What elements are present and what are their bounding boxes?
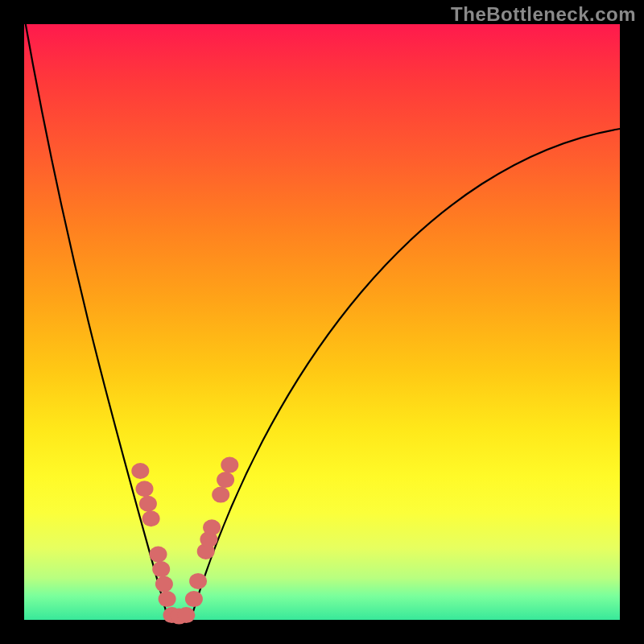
data-point	[159, 591, 176, 607]
data-point	[142, 510, 160, 526]
data-point	[203, 519, 221, 535]
data-point	[152, 561, 170, 577]
plot-area	[24, 24, 620, 620]
data-point	[150, 547, 167, 563]
data-point	[136, 481, 154, 497]
curve-right	[192, 129, 620, 617]
curve-layer	[24, 24, 620, 620]
data-point	[189, 573, 207, 589]
data-point	[212, 487, 229, 503]
data-point	[221, 457, 238, 473]
data-point	[131, 463, 149, 479]
chart-frame: TheBottleneck.com	[0, 0, 644, 644]
data-point	[139, 496, 157, 512]
watermark-text: TheBottleneck.com	[451, 3, 636, 26]
data-point	[177, 607, 195, 623]
data-point	[185, 591, 203, 607]
curve-left	[24, 16, 167, 617]
data-point	[217, 472, 234, 488]
datapoints	[131, 457, 238, 625]
data-point	[155, 576, 173, 592]
